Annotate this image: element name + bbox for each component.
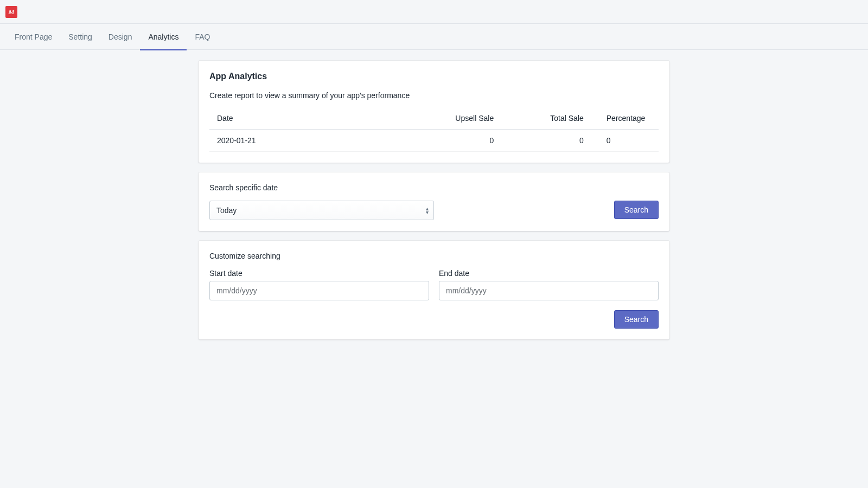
date-range-select-wrap: Today ▴▾: [209, 201, 434, 220]
tab-label: FAQ: [195, 33, 210, 41]
nav-tabs: Front Page Setting Design Analytics FAQ: [0, 24, 868, 50]
search-specific-button[interactable]: Search: [614, 201, 659, 219]
cell-percentage: 0: [591, 130, 659, 152]
col-total: Total Sale: [501, 107, 591, 130]
topbar: M: [0, 0, 868, 24]
table-row: 2020-01-21 0 0 0: [209, 130, 659, 152]
customize-search-button[interactable]: Search: [614, 310, 659, 329]
end-date-col: End date: [439, 269, 659, 300]
customize-button-row: Search: [209, 310, 659, 329]
tab-label: Front Page: [15, 33, 52, 41]
cell-date: 2020-01-21: [209, 130, 389, 152]
tab-setting[interactable]: Setting: [60, 24, 100, 50]
customize-card: Customize searching Start date End date …: [199, 241, 669, 339]
col-percentage: Percentage: [591, 107, 659, 130]
tab-label: Analytics: [148, 33, 178, 41]
start-date-col: Start date: [209, 269, 429, 300]
cell-upsell: 0: [389, 130, 501, 152]
tab-design[interactable]: Design: [100, 24, 141, 50]
start-date-input[interactable]: [209, 281, 429, 300]
tab-faq[interactable]: FAQ: [187, 24, 218, 50]
tab-label: Setting: [68, 33, 92, 41]
tab-label: Design: [108, 33, 132, 41]
content-container: App Analytics Create report to view a su…: [199, 61, 669, 349]
analytics-table: Date Upsell Sale Total Sale Percentage 2…: [209, 107, 659, 152]
customize-row: Start date End date: [209, 269, 659, 300]
tab-front-page[interactable]: Front Page: [7, 24, 60, 50]
search-specific-row: Today ▴▾ Search: [209, 201, 659, 220]
logo-letter: M: [9, 8, 15, 16]
search-specific-card: Search specific date Today ▴▾ Search: [199, 172, 669, 231]
col-upsell: Upsell Sale: [389, 107, 501, 130]
page-subtitle: Create report to view a summary of your …: [209, 91, 659, 100]
date-range-select[interactable]: Today: [209, 201, 434, 220]
page-body: App Analytics Create report to view a su…: [0, 50, 868, 371]
search-specific-title: Search specific date: [209, 183, 659, 192]
table-header-row: Date Upsell Sale Total Sale Percentage: [209, 107, 659, 130]
customize-title: Customize searching: [209, 252, 659, 260]
app-logo: M: [5, 6, 17, 18]
col-date: Date: [209, 107, 389, 130]
analytics-card: App Analytics Create report to view a su…: [199, 61, 669, 163]
cell-total: 0: [501, 130, 591, 152]
page-title: App Analytics: [209, 72, 659, 81]
tab-analytics[interactable]: Analytics: [140, 24, 187, 50]
end-date-input[interactable]: [439, 281, 659, 300]
start-date-label: Start date: [209, 269, 429, 278]
end-date-label: End date: [439, 269, 659, 278]
